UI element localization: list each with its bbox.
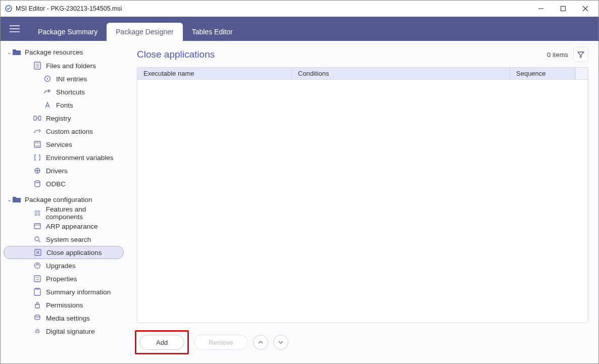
table: Executable name Conditions Sequence (137, 67, 588, 323)
env-icon (33, 154, 42, 161)
summary-icon (33, 288, 42, 296)
sidebar-label: ODBC (46, 180, 66, 188)
svg-point-19 (37, 142, 38, 143)
app-icon (5, 5, 13, 13)
chevron-down-icon: ⌄ (6, 196, 13, 203)
sidebar-label: Fonts (56, 101, 73, 109)
ini-icon (43, 75, 52, 82)
svg-point-44 (35, 315, 40, 317)
sidebar-item-close-apps[interactable]: Close applications (4, 246, 124, 259)
tab-package-designer[interactable]: Package Designer (107, 23, 182, 41)
sidebar: ⌄ Package resources Files and folders IN… (1, 41, 127, 363)
table-header: Executable name Conditions Sequence (137, 68, 588, 80)
sidebar-item-media[interactable]: Media settings (4, 311, 124, 325)
move-up-button[interactable] (253, 335, 268, 350)
move-down-button[interactable] (273, 335, 288, 350)
sidebar-item-drivers[interactable]: Drivers (4, 164, 124, 177)
files-icon (33, 62, 42, 70)
svg-point-32 (35, 237, 39, 241)
media-icon (33, 315, 42, 322)
sidebar-label: Environment variables (46, 154, 114, 162)
sidebar-item-digital-sig[interactable]: Digital signature (4, 325, 124, 338)
sidebar-item-features[interactable]: Features and components (4, 206, 124, 220)
sidebar-label: Custom actions (46, 128, 93, 135)
close-apps-icon (33, 249, 42, 256)
sidebar-item-permissions[interactable]: Permissions (4, 298, 124, 311)
footer-toolbar: Add Remove (137, 323, 588, 354)
tree-group-resources: ⌄ Package resources Files and folders IN… (1, 45, 127, 190)
chevron-down-icon (278, 339, 284, 345)
sidebar-item-ini[interactable]: INI entries (4, 72, 124, 85)
upgrades-icon (33, 262, 42, 269)
lock-icon (33, 301, 42, 308)
tree-header-config[interactable]: ⌄ Package configuration (1, 192, 127, 206)
sidebar-item-custom-actions[interactable]: Custom actions (4, 125, 124, 138)
search-icon (33, 236, 42, 243)
sidebar-label: Upgrades (46, 262, 76, 270)
fingerprint-icon (33, 328, 42, 335)
svg-rect-17 (34, 141, 40, 147)
services-icon (33, 141, 42, 148)
features-icon (33, 210, 42, 217)
col-sequence[interactable]: Sequence (510, 68, 576, 79)
group-label-resources: Package resources (25, 48, 83, 56)
sidebar-item-upgrades[interactable]: Upgrades (4, 259, 124, 272)
tree-group-config: ⌄ Package configuration Features and com… (1, 192, 127, 338)
scroll-gutter (576, 68, 588, 79)
sidebar-item-services[interactable]: Services (4, 138, 124, 151)
ribbon: Package Summary Package Designer Tables … (1, 17, 598, 41)
svg-rect-43 (35, 304, 39, 308)
svg-rect-2 (561, 7, 566, 11)
sidebar-item-registry[interactable]: Registry (4, 112, 124, 125)
tab-tables-editor[interactable]: Tables Editor (183, 23, 242, 41)
tree-header-resources[interactable]: ⌄ Package resources (1, 45, 127, 59)
svg-point-18 (35, 142, 36, 143)
svg-point-22 (37, 145, 38, 146)
sidebar-label: Services (46, 141, 72, 148)
item-count: 0 items (547, 51, 568, 59)
close-window-button[interactable] (574, 1, 596, 16)
remove-button[interactable]: Remove (194, 335, 247, 350)
sidebar-item-fonts[interactable]: Fonts (4, 98, 124, 112)
col-conditions[interactable]: Conditions (292, 68, 510, 79)
group-label-config: Package configuration (25, 196, 92, 203)
sidebar-label: Media settings (46, 315, 90, 322)
shortcut-icon (43, 88, 52, 95)
sidebar-label: INI entries (56, 75, 87, 83)
svg-point-20 (38, 142, 39, 143)
sidebar-item-files[interactable]: Files and folders (4, 59, 124, 72)
hamburger-menu[interactable] (5, 17, 25, 41)
sidebar-item-shortcuts[interactable]: Shortcuts (4, 85, 124, 98)
add-button-highlight: Add (135, 330, 189, 354)
svg-line-33 (38, 240, 40, 242)
page-title: Close applications (137, 49, 547, 60)
sidebar-label: Files and folders (46, 62, 96, 70)
sidebar-item-system-search[interactable]: System search (4, 233, 124, 246)
sidebar-item-odbc[interactable]: ODBC (4, 177, 124, 190)
filter-icon (577, 51, 584, 58)
svg-point-26 (35, 211, 37, 213)
filter-button[interactable] (573, 47, 588, 62)
tab-package-summary[interactable]: Package Summary (29, 23, 107, 41)
sidebar-item-properties[interactable]: Properties (4, 272, 124, 285)
driver-icon (33, 167, 42, 174)
main-header: Close applications 0 items (137, 47, 588, 62)
sidebar-item-summary-info[interactable]: Summary information (4, 285, 124, 298)
chevron-down-icon: ⌄ (6, 49, 13, 56)
sidebar-label: Registry (46, 115, 71, 122)
minimize-button[interactable] (530, 1, 552, 16)
sidebar-item-env-vars[interactable]: Environment variables (4, 151, 124, 164)
svg-point-28 (35, 214, 37, 216)
col-executable-name[interactable]: Executable name (137, 68, 292, 79)
sidebar-item-arp[interactable]: ARP appearance (4, 220, 124, 233)
main-panel: Close applications 0 items Executable na… (127, 41, 598, 363)
properties-icon (33, 275, 42, 282)
titlebar: MSI Editor - PKG-230213-154505.msi (1, 1, 598, 17)
add-button[interactable]: Add (139, 335, 184, 350)
maximize-button[interactable] (552, 1, 574, 16)
svg-rect-41 (34, 289, 40, 295)
folder-icon (13, 48, 22, 56)
window-title: MSI Editor - PKG-230213-154505.msi (16, 5, 530, 12)
table-body (137, 80, 588, 323)
sidebar-label: Drivers (46, 167, 68, 175)
